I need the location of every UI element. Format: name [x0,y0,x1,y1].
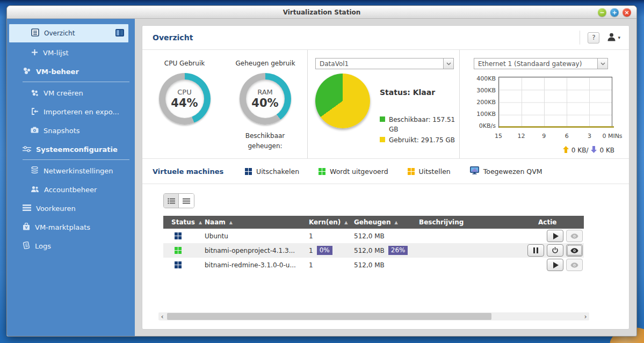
sidebar-item-label: VM-marktplaats [35,223,90,231]
vm-name: bitnami-openproject-4.1.3... [205,247,309,254]
sidebar-item-label: Snapshots [44,127,80,135]
sidebar-item-vm-lijst[interactable]: VM-lijst [7,43,135,62]
sidebar-item-accountbeheer[interactable]: Accountbeheer [7,180,135,199]
marketplace-bag-icon: V [23,223,30,232]
minimize-button[interactable]: − [598,8,606,17]
view-toggle-row [142,184,629,208]
import-export-icon [31,108,39,116]
maximize-button[interactable]: + [610,8,619,17]
sort-arrow-icon: ▲ [229,220,233,225]
status-off-icon [175,232,182,239]
table-row[interactable]: bitnami-redmine-3.1.0-0-u... 1 512,0 MB [163,258,584,272]
download-value: 0 KB [599,147,614,154]
card-header: Overzicht ? ▾ [142,26,629,50]
storage-legend-used: Gebruikt: 291.75 GB [380,135,460,145]
vm-name: Ubuntu [205,232,309,240]
cpu-gauge: CPU Gebruik CPU 44% [155,60,214,158]
scrollbar-track[interactable] [166,312,582,320]
vm-manage-icon [23,67,31,76]
start-vm-button[interactable] [547,230,563,242]
chevron-down-icon [597,59,607,69]
header-divider [580,31,580,45]
sidebar-item-label: VM creëren [44,89,83,97]
column-header-status[interactable]: Status▲ [163,218,205,226]
collapse-sidebar-icon[interactable] [115,29,124,38]
start-vm-button[interactable] [547,259,563,271]
table-header: Status▲ Naam▲ Kern(en)▲ Geheugen▲ Beschr… [163,216,584,229]
power-off-vm-button[interactable] [547,244,563,257]
vm-table: Status▲ Naam▲ Kern(en)▲ Geheugen▲ Beschr… [163,216,584,272]
interface-select-value: Ethernet 1 (Standaard gateway) [474,60,597,68]
logs-icon [23,242,30,251]
vm-memory: 512,0 MB [354,232,385,240]
sidebar-item-vm-marktplaats[interactable]: V VM-marktplaats [7,218,135,237]
table-row[interactable]: bitnami-openproject-4.1.3... 1 0% 512,0 … [163,243,584,258]
user-icon [607,33,616,43]
cpu-gauge-label: CPU [177,88,191,96]
user-menu-button[interactable]: ▾ [607,33,620,43]
cpu-gauge-value: 44% [171,97,198,110]
scrollbar-thumb[interactable] [167,313,491,320]
interface-select[interactable]: Ethernet 1 (Standaard gateway) [474,58,608,69]
network-chart: 400KB 300KB 200KB 100KB 0KB/s [474,75,629,129]
sidebar-item-netwerkinstellingen[interactable]: Netwerkinstellingen [7,162,135,180]
sidebar-item-vm-creeren[interactable]: VM creëren [7,84,135,103]
close-button[interactable]: × [623,8,631,17]
column-header-kernen[interactable]: Kern(en)▲ [309,218,354,226]
vm-section-title: Virtuele machines [153,167,235,176]
chevron-down-icon: ▾ [618,35,620,40]
status-off-icon [245,168,252,175]
dashboard-section: CPU Gebruik CPU 44% Geheugen gebruik [142,50,629,159]
network-y-axis: 400KB 300KB 200KB 100KB 0KB/s [474,75,498,129]
monitor-icon [470,166,479,176]
network-panel: Ethernet 1 (Standaard gateway) 400KB 300… [460,50,629,158]
column-header-naam[interactable]: Naam▲ [205,218,309,226]
column-header-beschrijving[interactable]: Beschrijving [419,218,519,226]
ram-gauge: Geheugen gebruik RAM 40% Beschikbaar geh… [236,60,295,158]
scroll-left-arrow[interactable]: ‹ [158,312,166,320]
view-console-button[interactable] [566,244,583,257]
status-running-icon [175,247,182,254]
vm-status-legend: Uitschakelen Wordt uitgevoerd Uitstellen [245,166,542,176]
cpu-donut-chart: CPU 44% [159,73,211,125]
sidebar-item-overzicht[interactable]: Overzicht [9,24,128,42]
storage-status: Status: Klaar [380,88,460,97]
sidebar-item-importeren-exporteren[interactable]: Importeren en expo... [7,103,135,121]
legend-assigned-qvm: Toegewezen QVM [470,166,542,176]
cpu-usage-badge: 0% [317,246,332,255]
plus-icon [31,49,38,57]
vm-create-icon [31,89,39,98]
window-controls: − + × [598,8,631,17]
ram-gauge-label: RAM [257,88,273,96]
horizontal-scrollbar[interactable]: ‹ › [158,312,589,320]
upload-value: 0 KB/ [571,147,589,154]
cpu-gauge-title: CPU Gebruik [155,60,214,67]
sidebar-item-voorkeuren[interactable]: Voorkeuren [7,199,135,218]
network-transfer-summary: 0 KB/ 0 KB [474,146,614,155]
available-memory-label: Beschikbaar geheugen: [240,131,291,151]
sidebar-item-label: Netwerkinstellingen [44,167,113,175]
column-header-geheugen[interactable]: Geheugen▲ [354,218,419,226]
sidebar-item-logs[interactable]: Logs [7,237,135,256]
users-icon [31,186,39,194]
scroll-right-arrow[interactable]: › [582,312,589,320]
sidebar-item-label: VM-lijst [43,49,69,57]
sidebar-item-label: Accountbeheer [44,186,97,194]
download-arrow-icon [591,146,597,155]
window-titlebar[interactable]: Virtualization Station − + × [7,6,636,19]
table-row[interactable]: Ubuntu 1 512,0 MB [163,229,584,243]
sidebar-item-snapshots[interactable]: Snapshots [7,121,135,140]
help-button[interactable]: ? [588,32,599,43]
usage-gauges-panel: CPU Gebruik CPU 44% Geheugen gebruik [142,50,308,158]
status-suspended-icon [408,168,415,175]
list-view-button[interactable] [179,194,194,208]
volume-select[interactable]: DataVol1 [315,58,454,69]
detail-view-button[interactable] [164,194,179,208]
pause-vm-button[interactable] [527,244,544,257]
preferences-icon [23,205,31,213]
sidebar-item-vm-beheer[interactable]: VM-beheer [7,62,135,81]
sidebar-item-systeemconfiguratie[interactable]: Systeemconfiguratie [7,140,135,159]
memory-usage-badge: 26% [388,246,408,255]
volume-select-value: DataVol1 [316,60,443,68]
overview-icon [31,28,39,38]
